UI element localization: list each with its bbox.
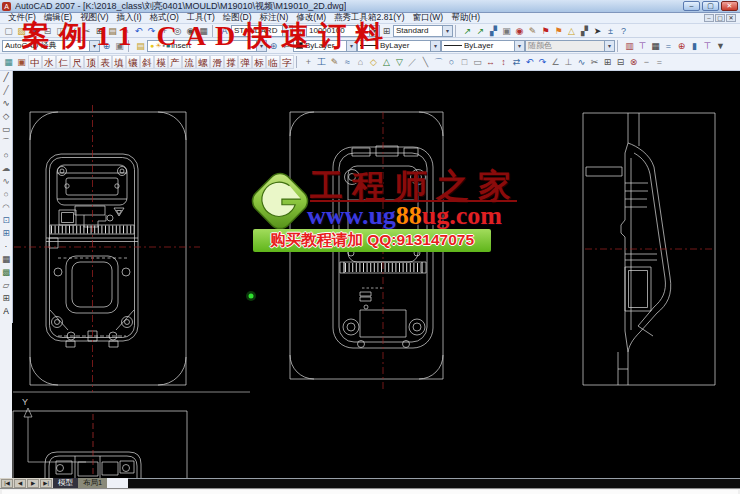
toolbar-icon[interactable]: ⌒: [432, 56, 445, 68]
draw-tool-icon[interactable]: ╱: [0, 71, 12, 84]
toolbar-icon[interactable]: ⌂: [354, 56, 367, 68]
toolbar-icon[interactable]: ◇: [367, 56, 380, 68]
draw-tool-icon[interactable]: ▦: [0, 253, 12, 266]
command-line-strip[interactable]: [0, 488, 740, 494]
yanxiu-button[interactable]: 产: [168, 55, 182, 69]
tab-model[interactable]: 模型: [53, 478, 78, 488]
toolbar-icon[interactable]: ∠: [549, 56, 562, 68]
toolbar-icon[interactable]: ▼: [714, 40, 727, 52]
yanxiu-button[interactable]: 流: [182, 55, 196, 69]
toolbar-icon[interactable]: ∿: [575, 56, 588, 68]
draw-tool-icon[interactable]: ⌒: [0, 136, 12, 149]
toolbar-icon[interactable]: △: [380, 56, 393, 68]
draw-tool-icon[interactable]: ⊡: [0, 214, 12, 227]
yanxiu-button[interactable]: 撑: [224, 55, 238, 69]
menu-item[interactable]: 窗口(W): [408, 12, 447, 24]
toolbar-icon[interactable]: ↶: [523, 56, 536, 68]
minimize-button[interactable]: –: [683, 1, 700, 11]
yanxiu-button[interactable]: 字: [280, 55, 294, 69]
toolbar-icon[interactable]: ⊤: [636, 40, 649, 52]
yanxiu-button[interactable]: 模: [154, 55, 168, 69]
toolbar-icon[interactable]: ⊤: [701, 40, 714, 52]
draw-tool-icon[interactable]: ·: [0, 240, 12, 253]
yanxiu-button[interactable]: 尺: [70, 55, 84, 69]
toolbar-icon[interactable]: ↷: [536, 56, 549, 68]
toolbar-icon[interactable]: △: [565, 25, 578, 37]
toolbar-icon[interactable]: ⊗: [627, 56, 640, 68]
toolbar-icon[interactable]: ✎: [526, 25, 539, 37]
toolbar-icon[interactable]: ↔: [484, 56, 497, 68]
draw-tool-icon[interactable]: ∿: [0, 97, 12, 110]
yanxiu-button[interactable]: 顶: [84, 55, 98, 69]
draw-tool-icon[interactable]: ◇: [0, 110, 12, 123]
tab-nav-button[interactable]: ▶|: [40, 479, 52, 488]
maximize-button[interactable]: ▢: [702, 1, 719, 11]
draw-tool-icon[interactable]: ▱: [0, 279, 12, 292]
toolbar-icon[interactable]: ↗: [461, 25, 474, 37]
toolbar-icon[interactable]: ≈: [341, 56, 354, 68]
tab-nav-button[interactable]: |◀: [1, 479, 13, 488]
draw-tool-icon[interactable]: A: [0, 305, 12, 318]
toolbar-icon[interactable]: ↕: [497, 56, 510, 68]
command-input[interactable]: [2, 490, 738, 494]
toolbar-icon[interactable]: ⊕: [675, 40, 688, 52]
draw-tool-icon[interactable]: ╱: [0, 84, 12, 97]
toolbar-icon[interactable]: ▥: [623, 40, 636, 52]
toolbar-icon[interactable]: ⊥: [562, 56, 575, 68]
toolbar-icon[interactable]: ▽: [393, 56, 406, 68]
toolbar-icon[interactable]: □: [458, 56, 471, 68]
toolbar-icon[interactable]: ○: [445, 56, 458, 68]
yanxiu-button[interactable]: 弹: [238, 55, 252, 69]
yanxiu-button[interactable]: 螺: [196, 55, 210, 69]
draw-tool-icon[interactable]: ▭: [0, 123, 12, 136]
toolbar-icon[interactable]: ✎: [328, 56, 341, 68]
toolbar-icon[interactable]: ▢: [2, 25, 15, 37]
draw-tool-icon[interactable]: ○: [0, 188, 12, 201]
toolbar-icon[interactable]: =: [653, 56, 666, 68]
table-style-combo[interactable]: Standard: [393, 25, 453, 37]
toolbar-icon[interactable]: ／: [406, 56, 419, 68]
tab-layout1[interactable]: 布局1: [78, 478, 107, 488]
menu-item[interactable]: 帮助(H): [447, 12, 484, 24]
toolbar-icon[interactable]: ▞: [487, 25, 500, 37]
toolbar-icon[interactable]: ◉: [513, 25, 526, 37]
draw-tool-icon[interactable]: ⊞: [0, 292, 12, 305]
toolbar-icon[interactable]: ▣: [500, 25, 513, 37]
toolbar-icon[interactable]: 工: [315, 56, 328, 68]
toolbar-icon[interactable]: −: [640, 56, 653, 68]
yanxiu-button[interactable]: 临: [266, 55, 280, 69]
toolbar-icon[interactable]: ▞: [578, 25, 591, 37]
yanxiu-button[interactable]: 斜: [140, 55, 154, 69]
toolbar-icon[interactable]: ✂: [588, 56, 601, 68]
toolbar-icon[interactable]: ▮: [688, 40, 701, 52]
toolbar-icon[interactable]: ▭: [471, 56, 484, 68]
toolbar-icon[interactable]: ↗: [474, 25, 487, 37]
lineweight-combo[interactable]: ByLayer: [441, 40, 525, 52]
draw-tool-icon[interactable]: ☁: [0, 162, 12, 175]
toolbar-icon[interactable]: ▦: [649, 40, 662, 52]
draw-tool-icon[interactable]: ◠: [0, 201, 12, 214]
toolbar-icon[interactable]: ±: [604, 25, 617, 37]
toolbar-icon[interactable]: ⊟: [614, 56, 627, 68]
toolbar-icon[interactable]: ?: [617, 25, 630, 37]
draw-tool-icon[interactable]: ○: [0, 149, 12, 162]
tab-nav-button[interactable]: ◀: [14, 479, 26, 488]
toolbar-icon[interactable]: ⊞: [601, 56, 614, 68]
yanxiu-button[interactable]: 滑: [210, 55, 224, 69]
toolbar-icon[interactable]: +: [302, 56, 315, 68]
toolbar-icon[interactable]: ⚑: [552, 25, 565, 37]
draw-tool-icon[interactable]: ⊞: [0, 227, 12, 240]
draw-tool-icon[interactable]: ∿: [0, 175, 12, 188]
yanxiu-button[interactable]: 标: [252, 55, 266, 69]
yanxiu-button[interactable]: 表: [98, 55, 112, 69]
yanxiu-button[interactable]: 水: [42, 55, 56, 69]
yanxiu-button[interactable]: 中: [28, 55, 42, 69]
toolbar-icon[interactable]: ⚑: [539, 25, 552, 37]
toolbar-icon[interactable]: ➤: [591, 25, 604, 37]
toolbar-icon[interactable]: ▦: [2, 56, 15, 68]
toolbar-icon[interactable]: =: [662, 40, 675, 52]
horizontal-scrollbar[interactable]: [128, 478, 740, 488]
doc-minimize-button[interactable]: –: [704, 14, 714, 22]
doc-restore-button[interactable]: ▢: [715, 14, 725, 22]
toolbar-icon[interactable]: ▣: [15, 56, 28, 68]
